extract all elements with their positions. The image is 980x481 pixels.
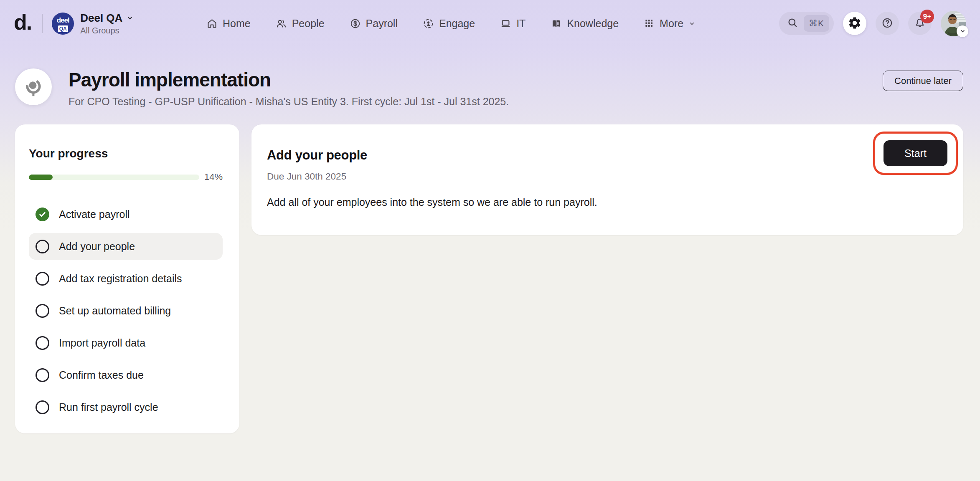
progress-bar [29, 175, 199, 180]
knowledge-icon [551, 18, 562, 29]
nav-item-home[interactable]: Home [206, 18, 251, 30]
page-subtitle: For CPO Testing - GP-USP Unification - M… [69, 96, 509, 108]
notification-badge: 9+ [920, 10, 934, 23]
checklist-item-confirm-taxes-due[interactable]: Confirm taxes due [29, 362, 223, 388]
avatar-chevron-icon [957, 25, 968, 37]
checklist-item-run-first-payroll-cycle[interactable]: Run first payroll cycle [29, 394, 223, 420]
company-meta: Deel QA All Groups [80, 12, 134, 35]
deel-logo[interactable]: d. [14, 11, 31, 35]
checklist-item-activate-payroll[interactable]: Activate payroll [29, 201, 223, 228]
search-icon [787, 17, 798, 30]
progress-row: 14% [29, 172, 223, 182]
check-circle-icon [36, 272, 49, 286]
it-icon [500, 18, 511, 29]
people-icon [276, 18, 287, 29]
task-title: Add your people [267, 148, 963, 163]
checklist: Activate payrollAdd your peopleAdd tax r… [29, 201, 223, 420]
page-header: Payroll implementation For CPO Testing -… [15, 68, 964, 108]
settings-button[interactable] [843, 12, 866, 35]
nav-item-it[interactable]: IT [500, 18, 526, 30]
search-button[interactable]: ⌘K [779, 12, 834, 35]
nav-item-knowledge[interactable]: Knowledge [551, 18, 619, 30]
check-circle-icon [36, 400, 49, 414]
progress-title: Your progress [29, 147, 223, 160]
home-icon [206, 18, 218, 29]
start-button[interactable]: Start [884, 140, 947, 166]
help-icon [881, 17, 893, 30]
user-avatar[interactable] [941, 11, 966, 36]
checklist-item-set-up-automated-billing[interactable]: Set up automated billing [29, 297, 223, 324]
nav-item-people[interactable]: People [276, 18, 325, 30]
task-due-date: Due Jun 30th 2025 [267, 171, 963, 182]
nav-item-engage[interactable]: Engage [423, 18, 475, 30]
company-subtitle: All Groups [80, 26, 134, 35]
progress-percent: 14% [199, 172, 223, 182]
progress-fill [29, 175, 53, 180]
continue-later-button[interactable]: Continue later [883, 71, 963, 91]
gear-icon [848, 16, 862, 31]
topbar-actions: ⌘K 9+ [779, 11, 966, 36]
checklist-item-import-payroll-data[interactable]: Import payroll data [29, 329, 223, 356]
start-highlight-ring: Start [873, 132, 958, 175]
company-avatar: deel QA [52, 13, 74, 35]
main-nav: HomePeoplePayrollEngageITKnowledgeMore [206, 0, 696, 47]
company-avatar-text: deel [52, 16, 74, 25]
check-circle-icon [36, 336, 49, 350]
more-grid-icon [644, 18, 655, 29]
check-circle-done-icon [36, 208, 49, 221]
page: d. deel QA Deel QA All Groups HomePeople… [0, 0, 980, 481]
check-circle-icon [36, 368, 49, 382]
checklist-item-add-tax-registration-details[interactable]: Add tax registration details [29, 265, 223, 292]
page-title: Payroll implementation [69, 68, 509, 91]
check-circle-icon [36, 240, 49, 253]
progress-card: Your progress 14% Activate payrollAdd yo… [15, 124, 239, 433]
company-avatar-badge: QA [58, 25, 69, 33]
notifications-button[interactable]: 9+ [908, 12, 932, 35]
nav-item-more[interactable]: More [644, 18, 696, 30]
task-card: Add your people Due Jun 30th 2025 Add al… [251, 124, 963, 235]
chevron-down-icon [688, 20, 696, 27]
search-shortcut-badge: ⌘K [804, 15, 829, 32]
company-name: Deel QA [80, 12, 122, 25]
content: Your progress 14% Activate payrollAdd yo… [15, 124, 963, 433]
chevron-down-icon [126, 14, 134, 22]
help-button[interactable] [876, 12, 899, 35]
implementation-target-icon [15, 68, 52, 105]
topbar-divider [42, 14, 43, 33]
checklist-item-add-your-people[interactable]: Add your people [29, 233, 223, 260]
topbar: d. deel QA Deel QA All Groups HomePeople… [0, 0, 980, 47]
check-circle-icon [36, 304, 49, 318]
engage-icon [423, 18, 434, 29]
payroll-icon [350, 18, 361, 29]
company-selector[interactable]: deel QA Deel QA All Groups [52, 12, 134, 35]
task-description: Add all of your employees into the syste… [267, 196, 963, 208]
page-header-text: Payroll implementation For CPO Testing -… [69, 68, 509, 108]
nav-item-payroll[interactable]: Payroll [350, 18, 398, 30]
